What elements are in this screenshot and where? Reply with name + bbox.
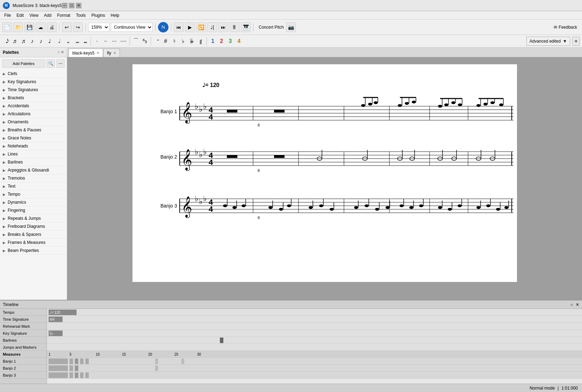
share-button[interactable]: ☁ [36,22,45,32]
minimize-button[interactable]: − [62,3,67,8]
piano-button[interactable]: 🎹 [241,22,251,32]
menu-add[interactable]: Add [41,12,54,19]
tab-fly[interactable]: fly ✕ [103,49,120,57]
voice3-btn[interactable]: 3 [227,37,234,46]
view-mode-select[interactable]: Continuous View Page View [111,23,153,32]
sharp-btn[interactable]: # [162,37,170,46]
note-maxima-btn[interactable]: 𝅜. [81,37,88,46]
note-64th-btn[interactable]: ♬ [11,37,19,46]
zoom-select[interactable]: 159% 100% 150% 200% [88,23,109,32]
palette-item-noteheads[interactable]: ▶Noteheads [0,142,67,150]
note-half-btn[interactable]: 𝅗𝅥 [55,37,62,46]
flat-btn[interactable]: ♭ [179,37,187,46]
palette-item-arpeggios[interactable]: ▶Arpeggios & Glissandi [0,166,67,174]
loop-button[interactable]: 🔁 [196,22,206,32]
palette-item-repeats[interactable]: ▶Repeats & Jumps [0,215,67,223]
play-button[interactable]: ▶ [185,22,195,32]
palette-item-barlines[interactable]: ▶Barlines [0,158,67,166]
new-button[interactable]: 📄 [2,22,12,32]
slur-btn[interactable]: ⌒ [132,37,140,46]
palette-item-articulations[interactable]: ▶Articulations [0,110,67,118]
palette-search-button[interactable]: 🔍 [46,59,55,68]
tl-rehearsal-bg [47,323,582,330]
maximize-button[interactable]: □ [69,3,74,8]
palette-item-beam[interactable]: ▶Beam Properties [0,247,67,255]
banjo1-note12 [483,103,488,106]
banjo1-note6 [412,101,416,103]
palette-item-lines[interactable]: ▶Lines [0,150,67,158]
add-palettes-button[interactable]: Add Palettes [2,59,45,68]
palettes-close-btn[interactable]: ○ ✕ [57,50,64,55]
note-grace-btn[interactable]: 𝅘𝅥𝅯 [2,37,10,46]
redo-button[interactable]: ↪ [73,22,83,32]
rewind-button[interactable]: ⏮ [174,22,184,32]
palette-item-fretboard[interactable]: ▶Fretboard Diagrams [0,223,67,231]
note-whole-btn[interactable]: 𝅝 [63,37,71,46]
dbl-natural-btn[interactable]: 𝄰 [197,37,204,46]
dbl-flat-btn[interactable]: 𝄫 [188,37,196,46]
palette-item-brackets[interactable]: ▶Brackets [0,94,67,102]
metronome-button[interactable]: ♩| [207,22,217,32]
banjo1-note4 [398,104,402,107]
triplet-btn[interactable]: ⁶₃ [141,37,149,46]
menu-format[interactable]: Format [54,12,73,19]
palette-item-breaths[interactable]: ▶Breaths & Pauses [0,126,67,134]
voice2-btn[interactable]: 2 [218,37,225,46]
toolbar-sep-2 [85,23,86,31]
open-button[interactable]: 📁 [13,22,23,32]
voice4-btn[interactable]: 4 [235,37,243,46]
note-16th-btn[interactable]: ♪ [28,37,36,46]
palette-item-clefs[interactable]: ▶Clefs [0,70,67,78]
dotdotdotdot-btn[interactable]: ···· [119,37,128,46]
undo-button[interactable]: ↩ [62,22,72,32]
mixer-button[interactable]: 🎚 [230,22,239,32]
palettes-header: Palettes ○ ✕ [0,48,67,57]
tl-label-time-sig: Time Signature [0,316,46,323]
palette-item-dynamics[interactable]: ▶Dynamics [0,198,67,206]
dotdotdot-btn[interactable]: ··· [110,37,118,46]
rest-btn[interactable]: 𝄻 [153,37,161,46]
palette-item-grace-notes[interactable]: ▶Grace Notes [0,134,67,142]
palette-item-fingering[interactable]: ▶Fingering [0,206,67,215]
palette-item-text[interactable]: ▶Text [0,182,67,190]
note-quarter-btn[interactable]: ♩ [46,37,53,46]
palette-item-key-signatures[interactable]: ▶Key Signatures [0,78,67,86]
dotdot-btn[interactable]: ·· [102,37,109,46]
add-palette-plus[interactable]: + [572,37,580,46]
palette-item-accidentals[interactable]: ▶Accidentals [0,102,67,110]
close-button[interactable]: ✕ [76,3,81,8]
palette-item-time-signatures[interactable]: ▶Time Signatures [0,86,67,94]
sheet-container[interactable]: ♩= 120 Banjo 1 𝄞 ♭ ♭ ♭ 4 4 [67,57,582,300]
tab-black-keys5[interactable]: black-keys5 ✕ [69,49,103,57]
voice1-btn[interactable]: 1 [209,37,217,46]
palette-more-button[interactable]: ⋯ [56,59,65,68]
palette-item-breaks[interactable]: ▶Breaks & Spacers [0,231,67,239]
note-32nd-btn[interactable]: ♬ [20,37,27,46]
note-breve-btn[interactable]: 𝅜 [72,37,80,46]
tab-close-black-keys5[interactable]: ✕ [96,51,99,55]
print-button[interactable]: 🖨 [47,22,57,32]
timeline-close-btn[interactable]: ✕ [576,302,579,307]
note-8th-btn[interactable]: ♪ [37,37,45,46]
tl-measure-20: 20 [148,353,152,356]
menu-plugins[interactable]: Plugins [88,12,108,19]
save-button[interactable]: 💾 [24,22,34,32]
feedback-button[interactable]: ✉ Feedback [551,25,580,30]
tab-close-fly[interactable]: ✕ [113,51,116,55]
menu-tools[interactable]: Tools [73,12,88,19]
palette-item-tremolos[interactable]: ▶Tremolos [0,174,67,182]
natural-btn[interactable]: ♮ [171,37,178,46]
palette-item-tempo[interactable]: ▶Tempo [0,190,67,198]
note-input-button[interactable]: N [158,22,168,32]
end-button[interactable]: ⏭ [218,22,228,32]
palette-item-ornaments[interactable]: ▶Ornaments [0,118,67,126]
timeline-collapse-btn[interactable]: ○ [570,302,573,307]
palette-item-frames[interactable]: ▶Frames & Measures [0,239,67,247]
menu-view[interactable]: View [27,12,41,19]
menu-help[interactable]: Help [108,12,122,19]
advanced-dropdown[interactable]: Advanced edited ▼ [526,37,570,46]
dot-btn[interactable]: · [93,37,101,46]
concert-pitch-button[interactable]: 📷 [286,22,296,32]
menu-file[interactable]: File [1,12,14,19]
menu-edit[interactable]: Edit [14,12,27,19]
